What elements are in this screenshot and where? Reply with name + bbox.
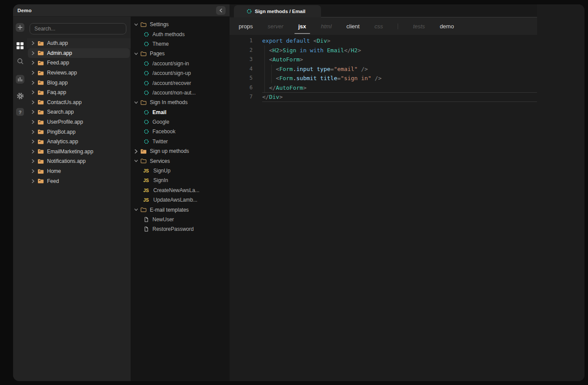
file-tree-item[interactable]: Faq.app [27,88,131,98]
project-tree-item[interactable]: Theme [131,39,230,49]
code-line[interactable]: 5 <Form.submit title="sign in" /> [230,74,537,83]
project-tree-item[interactable]: Twitter [131,137,230,146]
code-line[interactable]: 1export default <Div> [230,36,537,46]
js-icon: JS [143,178,150,183]
chevron-right-icon[interactable] [31,71,35,75]
open-file-tab[interactable]: Sign methods / Email [234,5,321,17]
chevron-right-icon[interactable] [31,61,35,65]
project-tree-item[interactable]: JSCreateNewAwsLa... [131,186,230,195]
module-icon [144,90,149,95]
view-tab-css[interactable]: css [375,23,383,30]
file-tree-item[interactable]: PingBot.app [27,127,131,137]
question-icon: ? [15,107,25,118]
chevron-right-icon[interactable] [31,51,35,55]
code-line[interactable]: 3 <AutoForm> [230,55,537,64]
file-tree-item[interactable]: Feed.app [27,58,131,68]
code-line[interactable]: 4 <Form.input type="email" /> [230,64,537,74]
rail-button-add[interactable] [15,24,25,33]
project-tree-item[interactable]: JSSignUp [131,166,230,176]
module-icon [144,110,149,115]
project-tree-label: Settings [150,21,169,27]
view-tab-client[interactable]: client [346,23,359,30]
chevron-right-icon[interactable] [31,149,35,154]
chevron-right-icon[interactable] [31,110,35,114]
project-tree-item[interactable]: JSSignIn [131,176,230,185]
chevron-right-icon[interactable] [31,139,35,144]
project-tree-item[interactable]: Sign up methods [131,146,230,156]
plus-icon [15,23,25,34]
collapse-sidebar-button[interactable] [216,6,226,15]
chevron-right-icon[interactable] [31,120,35,124]
view-tab-tests[interactable]: tests [413,23,425,30]
chevron-down-icon[interactable] [134,159,138,163]
chevron-right-icon[interactable] [31,90,35,95]
chevron-right-icon[interactable] [31,81,35,85]
view-tab-html[interactable]: html [321,23,332,30]
rail-button-settings[interactable] [15,92,25,101]
file-tree-item[interactable]: Admin.app [28,48,130,58]
file-tree-item[interactable]: Home [27,166,131,176]
file-tree-label: Faq.app [47,89,66,95]
js-icon: JS [143,188,150,193]
code-line[interactable]: 7</Div> [230,92,537,102]
chevron-down-icon[interactable] [134,22,138,27]
chevron-down-icon[interactable] [134,51,138,56]
project-tree-item[interactable]: E-mail templates [131,205,230,214]
chevron-right-icon[interactable] [31,159,35,163]
search-input[interactable] [30,26,126,32]
project-tree-item[interactable]: /account/non-aut... [131,88,230,98]
view-tab-props[interactable]: props [239,23,253,30]
file-tree-item[interactable]: Reviews.app [27,68,131,78]
file-tree-item[interactable]: EmailMarketing.app [27,147,131,157]
chevron-right-icon[interactable] [31,169,35,173]
view-tab-server[interactable]: server [268,23,284,30]
folder-icon [37,159,44,164]
chevron-right-icon[interactable] [31,130,35,134]
project-title: Demo [17,8,32,13]
file-tree-item[interactable]: Search.app [27,107,131,117]
project-tree-item[interactable]: Sign In methods [131,98,230,107]
file-tree-item[interactable]: ContactUs.app [27,98,131,108]
project-tree-label: Sign up methods [150,148,189,154]
project-tree-item[interactable]: Pages [131,49,230,58]
chevron-down-icon[interactable] [134,100,138,105]
project-tree-label: Auth methods [152,31,185,37]
project-tree-item[interactable]: Email [131,108,230,117]
project-tree-item[interactable]: /account/sign-up [131,68,230,78]
file-tree-item[interactable]: Auth.app [27,38,131,48]
view-tab-jsx[interactable]: jsx [298,23,306,30]
code-editor[interactable]: 1export default <Div>2 <H2>Sign in with … [230,35,537,102]
file-tree-item[interactable]: UserProfile.app [27,117,131,127]
project-tree-item[interactable]: /account/recover [131,78,230,88]
project-tree-item[interactable]: /account/sign-in [131,59,230,68]
chevron-right-icon[interactable] [134,149,138,153]
folder-icon [37,109,44,115]
file-tree-item[interactable]: Feed [27,176,131,186]
chevron-right-icon[interactable] [31,41,35,45]
rail-button-apps[interactable] [15,42,25,51]
project-tree-item[interactable]: Settings [131,20,230,29]
folder-icon [37,99,44,105]
code-line[interactable]: 2 <H2>Sign in with Email</H2> [230,46,537,55]
project-tree-item[interactable]: Facebook [131,127,230,136]
project-tree-item[interactable]: Services [131,156,230,165]
rail-button-search[interactable] [15,57,25,67]
file-tree-item[interactable]: Blog.app [27,78,131,88]
project-tree-item[interactable]: RestorePassword [131,224,230,234]
file-tree-item[interactable]: Analytics.app [27,137,131,147]
chevron-down-icon[interactable] [134,208,138,212]
chevron-right-icon[interactable] [31,100,35,105]
rail-button-help[interactable]: ? [15,108,25,118]
chevron-right-icon[interactable] [31,179,35,183]
project-tree-item[interactable]: NewUser [131,215,230,224]
view-tab-demo[interactable]: demo [440,23,454,30]
folder-icon [37,178,44,184]
code-line[interactable]: 6 </AutoForm> [230,83,537,93]
project-tree-item[interactable]: Auth methods [131,29,230,39]
project-tree-item[interactable]: JSUpdateAwsLamb... [131,195,230,205]
file-tree-label: Reviews.app [47,70,77,76]
module-icon [144,129,149,134]
file-tree-item[interactable]: Notifications.app [27,156,131,166]
project-tree-item[interactable]: Google [131,117,230,127]
rail-button-analytics[interactable] [15,75,25,85]
